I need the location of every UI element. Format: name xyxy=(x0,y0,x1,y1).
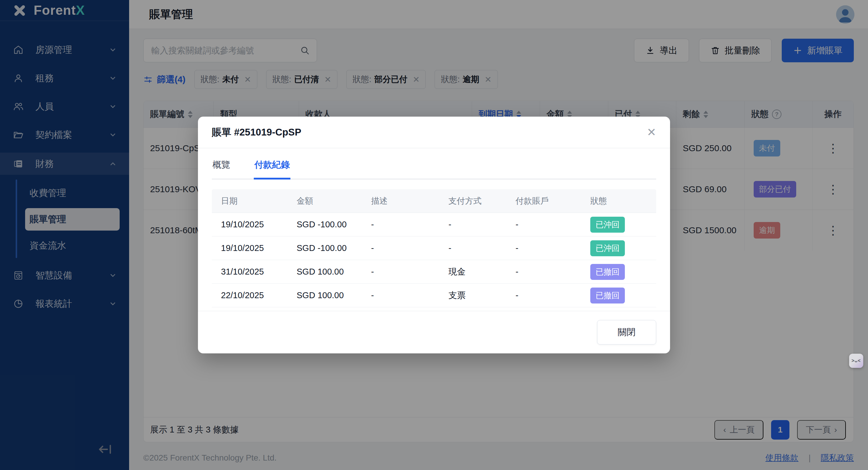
payment-desc: - xyxy=(371,267,448,277)
payment-col-amount: 金額 xyxy=(297,195,371,207)
payment-row: 19/10/2025 SGD -100.00 - - - 已沖回 xyxy=(212,236,656,260)
payment-desc: - xyxy=(371,243,448,253)
payment-row: 31/10/2025 SGD 100.00 - 現金 - 已撤回 xyxy=(212,260,656,284)
modal-header: 賬單 #251019-CpSP ✕ xyxy=(198,116,670,148)
payment-col-date: 日期 xyxy=(221,195,297,207)
app-root: ForentX 房源管理 租務 xyxy=(0,0,868,470)
payment-date: 31/10/2025 xyxy=(221,267,297,277)
modal-footer: 關閉 xyxy=(198,311,670,354)
payment-row: 22/10/2025 SGD 100.00 - 支票 - 已撤回 xyxy=(212,284,656,307)
payment-status-badge: 已沖回 xyxy=(590,240,625,256)
payment-method: - xyxy=(448,243,516,253)
payment-col-status: 狀態 xyxy=(590,195,656,207)
payment-status-badge: 已撤回 xyxy=(590,264,625,280)
tab-overview[interactable]: 概覽 xyxy=(212,159,231,179)
payment-date: 19/10/2025 xyxy=(221,243,297,253)
payment-col-account: 付款賬戶 xyxy=(516,195,590,207)
payment-status-badge: 已撤回 xyxy=(590,288,625,303)
payment-desc: - xyxy=(371,291,448,300)
close-icon[interactable]: ✕ xyxy=(647,127,656,138)
payment-account: - xyxy=(516,291,590,300)
close-modal-button[interactable]: 關閉 xyxy=(597,320,656,344)
payment-date: 19/10/2025 xyxy=(221,220,297,229)
modal-title: 賬單 #251019-CpSP xyxy=(212,126,301,139)
payment-amount: SGD 100.00 xyxy=(297,267,371,277)
modal-body: 概覽 付款紀錄 日期 金額 描述 支付方式 付款賬戶 狀態 19/10/2025 xyxy=(198,148,670,311)
payment-amount: SGD 100.00 xyxy=(297,291,371,300)
payment-method: 現金 xyxy=(448,266,516,278)
payment-col-desc: 描述 xyxy=(371,195,448,207)
payment-col-method: 支付方式 xyxy=(448,195,516,207)
payment-account: - xyxy=(516,267,590,277)
tab-payment-records[interactable]: 付款紀錄 xyxy=(254,159,290,179)
payment-method: - xyxy=(448,220,516,229)
payment-status-badge: 已沖回 xyxy=(590,217,625,233)
bill-detail-modal: 賬單 #251019-CpSP ✕ 概覽 付款紀錄 日期 金額 描述 支付方式 … xyxy=(198,116,670,354)
modal-container: 賬單 #251019-CpSP ✕ 概覽 付款紀錄 日期 金額 描述 支付方式 … xyxy=(0,0,868,470)
modal-tabs: 概覽 付款紀錄 xyxy=(212,159,656,179)
assistant-widget-button[interactable]: >ᴗ< xyxy=(849,354,863,368)
payment-amount: SGD -100.00 xyxy=(297,243,371,253)
payment-amount: SGD -100.00 xyxy=(297,220,371,229)
payment-account: - xyxy=(516,220,590,229)
payment-table-header: 日期 金額 描述 支付方式 付款賬戶 狀態 xyxy=(212,189,656,213)
payment-date: 22/10/2025 xyxy=(221,291,297,300)
payment-method: 支票 xyxy=(448,290,516,301)
payment-row: 19/10/2025 SGD -100.00 - - - 已沖回 xyxy=(212,213,656,236)
payment-desc: - xyxy=(371,220,448,229)
payment-account: - xyxy=(516,243,590,253)
payment-records-table: 日期 金額 描述 支付方式 付款賬戶 狀態 19/10/2025 SGD -10… xyxy=(212,189,656,307)
